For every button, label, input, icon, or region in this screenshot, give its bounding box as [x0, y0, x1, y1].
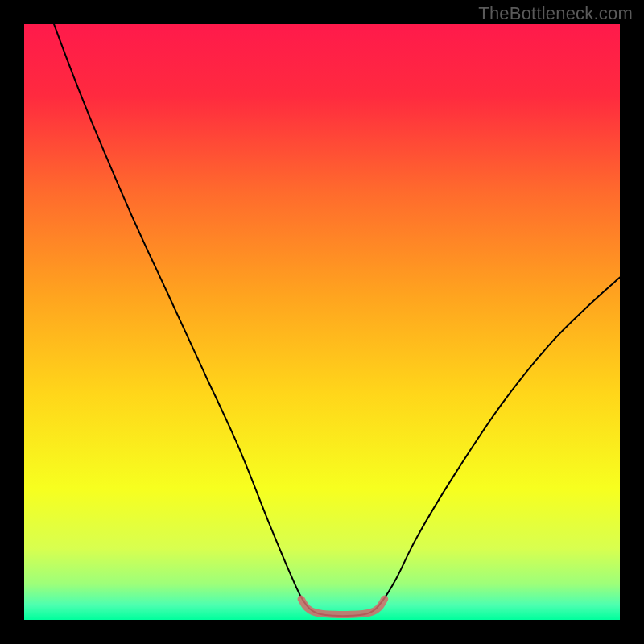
flat-bottom-marker — [301, 599, 385, 615]
curve-layer — [24, 24, 620, 620]
bottleneck-curve-main — [54, 24, 620, 616]
watermark-text: TheBottleneck.com — [478, 3, 633, 24]
chart-root: TheBottleneck.com — [0, 0, 644, 644]
plot-area — [24, 24, 620, 620]
